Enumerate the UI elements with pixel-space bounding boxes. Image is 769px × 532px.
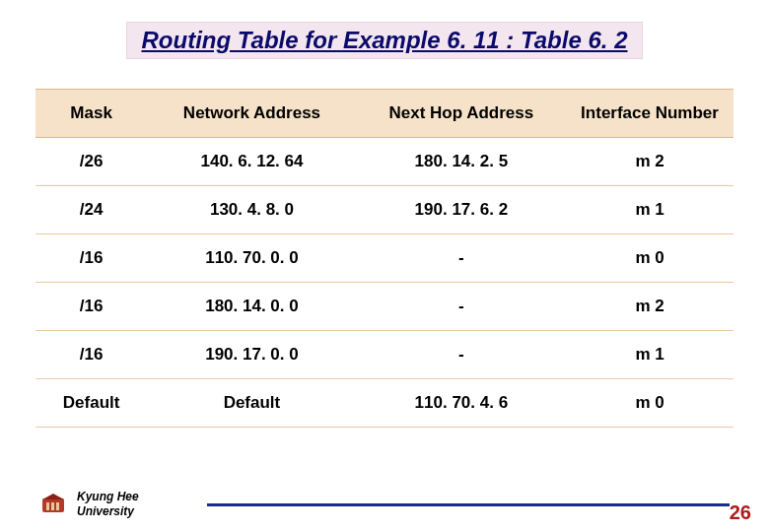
col-header-network-address: Network Address xyxy=(147,90,356,138)
university-crest-icon xyxy=(39,493,67,516)
cell-network: 130. 4. 8. 0 xyxy=(147,186,356,234)
cell-network: 140. 6. 12. 64 xyxy=(147,138,356,186)
cell-mask: Default xyxy=(35,379,147,428)
cell-iface: m 0 xyxy=(566,379,734,428)
university-name: Kyung Hee University xyxy=(77,490,139,518)
cell-mask: /16 xyxy=(35,331,147,379)
cell-network: 180. 14. 0. 0 xyxy=(147,283,356,331)
cell-iface: m 2 xyxy=(566,138,734,186)
cell-mask: /26 xyxy=(35,138,147,186)
cell-iface: m 1 xyxy=(566,186,734,234)
col-header-next-hop-address: Next Hop Address xyxy=(357,90,566,138)
cell-network: 190. 17. 0. 0 xyxy=(147,331,356,379)
university-line2: University xyxy=(77,504,134,518)
svg-rect-2 xyxy=(46,502,49,510)
cell-nexthop: 190. 17. 6. 2 xyxy=(357,186,566,234)
col-header-mask: Mask xyxy=(35,90,147,138)
table-row: /16 190. 17. 0. 0 - m 1 xyxy=(35,331,734,379)
slide-title: Routing Table for Example 6. 11 : Table … xyxy=(126,22,642,59)
table-row: /16 180. 14. 0. 0 - m 2 xyxy=(35,283,734,331)
svg-rect-4 xyxy=(56,502,59,510)
table-row: /24 130. 4. 8. 0 190. 17. 6. 2 m 1 xyxy=(35,186,734,234)
routing-table: Mask Network Address Next Hop Address In… xyxy=(35,89,734,428)
table-row: Default Default 110. 70. 4. 6 m 0 xyxy=(35,379,734,428)
cell-nexthop: - xyxy=(357,283,566,331)
cell-mask: /16 xyxy=(35,283,147,331)
page-number: 26 xyxy=(730,501,751,524)
cell-nexthop: - xyxy=(357,331,566,379)
cell-nexthop: - xyxy=(357,234,566,283)
cell-mask: /24 xyxy=(35,186,147,234)
cell-network: 110. 70. 0. 0 xyxy=(147,234,356,283)
table-row: /26 140. 6. 12. 64 180. 14. 2. 5 m 2 xyxy=(35,138,734,186)
table-row: /16 110. 70. 0. 0 - m 0 xyxy=(35,234,734,283)
col-header-interface-number: Interface Number xyxy=(566,90,734,138)
cell-mask: /16 xyxy=(35,234,147,283)
footer: Kyung Hee University xyxy=(39,490,139,518)
cell-nexthop: 110. 70. 4. 6 xyxy=(357,379,566,428)
cell-iface: m 0 xyxy=(566,234,734,283)
cell-network: Default xyxy=(147,379,356,428)
cell-iface: m 2 xyxy=(566,283,734,331)
cell-nexthop: 180. 14. 2. 5 xyxy=(357,138,566,186)
svg-marker-1 xyxy=(42,494,64,499)
table-header-row: Mask Network Address Next Hop Address In… xyxy=(35,90,734,138)
university-line1: Kyung Hee xyxy=(77,490,139,503)
cell-iface: m 1 xyxy=(566,331,734,379)
footer-divider xyxy=(207,503,730,506)
svg-rect-3 xyxy=(51,502,54,510)
